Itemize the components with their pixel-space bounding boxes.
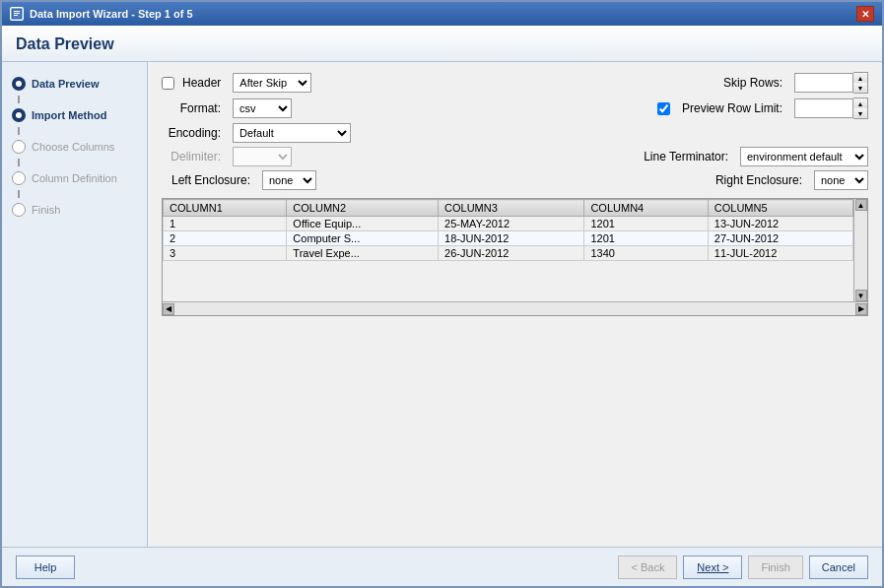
row-enclosure: Left Enclosure: none ' " Right Enclosure… — [162, 170, 868, 190]
svg-rect-1 — [14, 11, 20, 12]
window-icon — [10, 7, 24, 21]
col-header-5: COLUMN5 — [708, 200, 852, 217]
skip-rows-input[interactable]: 0 — [794, 73, 853, 93]
row-header: Header After Skip Skip Rows: 0 ▲ ▼ — [162, 72, 868, 94]
connector-1 — [18, 96, 20, 103]
skip-rows-up[interactable]: ▲ — [853, 73, 867, 83]
svg-rect-2 — [14, 13, 20, 14]
skip-rows-spinner: 0 ▲ ▼ — [794, 72, 868, 94]
table-row: 2Computer S...18-JUN-2012120127-JUN-2012 — [164, 231, 853, 246]
table-cell: 3 — [164, 246, 287, 261]
scroll-down-btn[interactable]: ▼ — [855, 290, 867, 301]
sidebar-item-data-preview[interactable]: Data Preview — [2, 72, 147, 96]
vertical-scrollbar[interactable]: ▲ ▼ — [853, 199, 867, 301]
sidebar-label-import-method: Import Method — [32, 109, 106, 121]
table-cell: Computer S... — [287, 231, 439, 246]
right-panel: Header After Skip Skip Rows: 0 ▲ ▼ Forma… — [148, 62, 882, 547]
sidebar-label-finish: Finish — [32, 204, 60, 216]
main-window: Data Import Wizard - Step 1 of 5 ✕ Data … — [0, 0, 884, 588]
table-cell: 1340 — [584, 246, 708, 261]
col-header-3: COLUMN3 — [439, 200, 584, 217]
sidebar-item-import-method[interactable]: Import Method — [2, 103, 147, 127]
right-enclosure-label: Right Enclosure: — [715, 173, 802, 187]
scroll-right-btn[interactable]: ▶ — [855, 303, 867, 315]
table-cell: Travel Expe... — [287, 246, 439, 261]
col-header-4: COLUMN4 — [584, 200, 708, 217]
line-terminator-select[interactable]: environment default LF CRLF CR — [740, 147, 868, 166]
back-button[interactable]: < Back — [618, 555, 677, 579]
table-cell: 13-JUN-2012 — [708, 217, 852, 231]
left-enclosure-label: Left Enclosure: — [162, 173, 250, 187]
table-cell: 2 — [164, 231, 287, 246]
preview-row-limit-spinner: 100 ▲ ▼ — [794, 98, 868, 119]
horizontal-scrollbar[interactable]: ◀ ▶ — [163, 301, 867, 315]
table-cell: 27-JUN-2012 — [708, 231, 852, 246]
delimiter-label: Delimiter: — [162, 150, 221, 163]
data-table: COLUMN1 COLUMN2 COLUMN3 COLUMN4 COLUMN5 … — [163, 199, 853, 261]
format-label: Format: — [162, 101, 221, 115]
table-row: 1Office Equip...25-MAY-2012120113-JUN-20… — [164, 217, 853, 231]
table-cell: 18-JUN-2012 — [439, 231, 584, 246]
delimiter-select — [233, 147, 292, 166]
table-cell: 1201 — [584, 231, 708, 246]
preview-row-limit-checkbox[interactable] — [657, 102, 670, 115]
sidebar-label-column-definition: Column Definition — [32, 172, 117, 184]
sidebar-dot-import-method — [12, 108, 26, 122]
col-header-1: COLUMN1 — [164, 200, 287, 217]
table-cell: 26-JUN-2012 — [439, 246, 584, 261]
table-row: 3Travel Expe...26-JUN-2012134011-JUL-201… — [164, 246, 853, 261]
row-format: Format: csv fixed excel Preview Row Limi… — [162, 98, 868, 119]
preview-limit-down[interactable]: ▼ — [853, 108, 867, 118]
sidebar-label-data-preview: Data Preview — [32, 78, 99, 90]
table-scroll-area[interactable]: COLUMN1 COLUMN2 COLUMN3 COLUMN4 COLUMN5 … — [163, 199, 853, 301]
skip-rows-label: Skip Rows: — [723, 76, 782, 90]
skip-rows-buttons: ▲ ▼ — [853, 72, 868, 94]
after-skip-select[interactable]: After Skip — [233, 73, 311, 93]
header-label: Header — [182, 76, 221, 90]
connector-4 — [18, 190, 20, 198]
table-cell: 1 — [164, 217, 287, 231]
row-delimiter: Delimiter: Line Terminator: environment … — [162, 147, 868, 166]
line-terminator-label: Line Terminator: — [644, 150, 728, 163]
encoding-label: Encoding: — [162, 126, 221, 140]
format-select[interactable]: csv fixed excel — [233, 98, 292, 118]
page-header: Data Preview — [2, 26, 882, 62]
preview-limit-up[interactable]: ▲ — [853, 98, 867, 108]
preview-row-limit-input[interactable]: 100 — [794, 98, 853, 118]
sidebar-item-column-definition: Column Definition — [2, 166, 147, 190]
sidebar-dot-choose-columns — [12, 140, 26, 154]
finish-button[interactable]: Finish — [748, 555, 802, 579]
table-cell: 25-MAY-2012 — [439, 217, 584, 231]
sidebar-dot-finish — [12, 203, 26, 217]
close-button[interactable]: ✕ — [856, 6, 874, 22]
table-wrapper: COLUMN1 COLUMN2 COLUMN3 COLUMN4 COLUMN5 … — [162, 198, 868, 316]
scroll-left-btn[interactable]: ◀ — [163, 303, 174, 315]
header-checkbox[interactable] — [162, 77, 174, 90]
preview-limit-buttons: ▲ ▼ — [853, 98, 868, 119]
right-enclosure-select[interactable]: none ' " — [814, 170, 868, 190]
bottom-bar: Help < Back Next > Finish Cancel — [2, 547, 882, 586]
encoding-select[interactable]: Default UTF-8 ISO-8859-1 — [233, 123, 351, 143]
table-cell: 11-JUL-2012 — [708, 246, 852, 261]
cancel-button[interactable]: Cancel — [809, 555, 868, 579]
table-cell: 1201 — [584, 217, 708, 231]
window-title: Data Import Wizard - Step 1 of 5 — [30, 8, 193, 20]
sidebar-dot-data-preview — [12, 77, 26, 91]
sidebar: Data Preview Import Method Choose Column… — [2, 62, 148, 547]
sidebar-dot-column-definition — [12, 171, 26, 185]
help-button[interactable]: Help — [16, 555, 75, 579]
connector-3 — [18, 159, 20, 166]
connector-2 — [18, 127, 20, 135]
skip-rows-down[interactable]: ▼ — [853, 83, 867, 93]
table-cell: Office Equip... — [287, 217, 439, 231]
sidebar-item-choose-columns: Choose Columns — [2, 135, 147, 159]
scroll-up-btn[interactable]: ▲ — [855, 199, 867, 211]
next-button[interactable]: Next > — [683, 555, 742, 579]
col-header-2: COLUMN2 — [287, 200, 439, 217]
left-enclosure-select[interactable]: none ' " — [262, 170, 316, 190]
title-bar: Data Import Wizard - Step 1 of 5 ✕ — [2, 2, 882, 26]
row-encoding: Encoding: Default UTF-8 ISO-8859-1 — [162, 123, 868, 143]
sidebar-label-choose-columns: Choose Columns — [32, 141, 114, 153]
content-area: Data Preview Import Method Choose Column… — [2, 62, 882, 547]
preview-row-limit-label: Preview Row Limit: — [682, 101, 782, 115]
